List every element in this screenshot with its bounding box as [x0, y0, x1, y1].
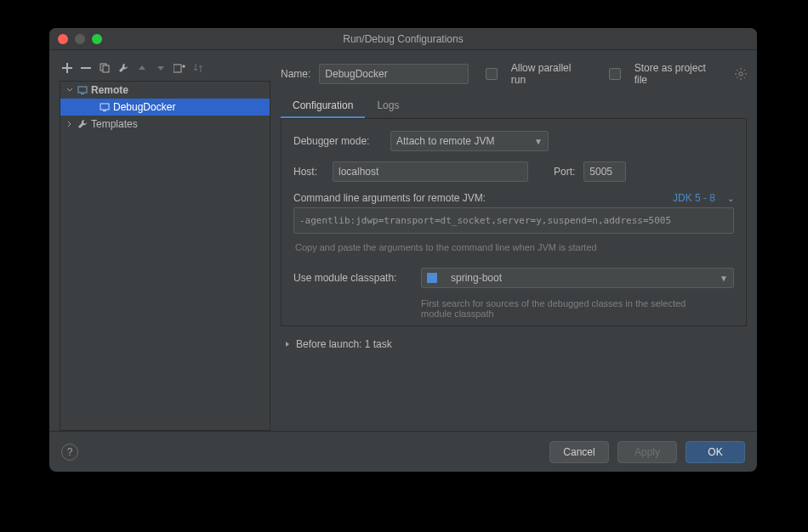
copy-icon[interactable] [99, 62, 111, 74]
chevron-down-icon: ▼ [720, 274, 728, 283]
classpath-select[interactable]: spring-boot ▼ [421, 268, 734, 288]
config-tree[interactable]: Remote DebugDocker Templates [60, 81, 270, 431]
tree-node-debugdocker[interactable]: DebugDocker [60, 99, 270, 116]
apply-button[interactable]: Apply [617, 441, 677, 463]
classpath-value: spring-boot [451, 272, 502, 284]
chevron-down-icon: ▼ [534, 137, 543, 146]
before-launch-label: Before launch: 1 task [296, 338, 392, 350]
tree-label: Remote [91, 84, 128, 96]
add-icon[interactable] [61, 62, 73, 74]
cmdline-output[interactable]: -agentlib:jdwp=transport=dt_socket,serve… [293, 207, 734, 234]
help-button[interactable]: ? [61, 444, 78, 461]
tree-label: DebugDocker [113, 101, 175, 113]
remote-glyph-icon [77, 85, 88, 95]
debugger-mode-select[interactable]: Attach to remote JVM ▼ [390, 131, 549, 151]
sidebar-toolbar [60, 59, 270, 81]
move-down-icon[interactable] [155, 62, 167, 74]
configuration-panel: Debugger mode: Attach to remote JVM ▼ Ho… [281, 119, 747, 326]
save-template-icon[interactable] [174, 62, 185, 74]
host-port-row: Host: Port: [293, 161, 734, 182]
cmdline-label: Command line arguments for remote JVM: [293, 192, 486, 204]
gear-icon[interactable] [735, 68, 747, 80]
window-controls [58, 34, 102, 44]
svg-rect-4 [78, 87, 87, 93]
debugger-mode-value: Attach to remote JVM [396, 135, 494, 147]
chevron-right-icon [284, 341, 291, 348]
svg-rect-7 [103, 110, 106, 111]
svg-point-8 [739, 72, 743, 76]
tree-node-templates[interactable]: Templates [60, 116, 270, 133]
window-title: Run/Debug Configurations [49, 33, 757, 45]
svg-rect-3 [174, 65, 181, 72]
dialog-body: Remote DebugDocker Templates [49, 50, 757, 431]
sort-icon[interactable] [192, 62, 204, 74]
module-icon [427, 273, 437, 283]
svg-rect-0 [81, 67, 91, 69]
cmdline-block: Command line arguments for remote JVM: J… [293, 192, 734, 258]
sidebar: Remote DebugDocker Templates [60, 59, 270, 431]
footer: ? Cancel Apply OK [49, 431, 757, 472]
zoom-icon[interactable] [92, 34, 102, 44]
classpath-hint: First search for sources of the debugged… [293, 298, 693, 319]
allow-parallel-checkbox[interactable]: Allow parallel run [486, 62, 589, 86]
checkbox-icon[interactable] [486, 68, 498, 80]
store-project-label: Store as project file [634, 62, 721, 86]
run-debug-config-window: Run/Debug Configurations [49, 28, 757, 472]
tree-label: Templates [91, 118, 138, 130]
checkbox-icon[interactable] [609, 68, 621, 80]
move-up-icon[interactable] [136, 62, 148, 74]
debugger-mode-label: Debugger mode: [293, 135, 382, 147]
tab-logs[interactable]: Logs [365, 94, 411, 118]
tree-node-remote[interactable]: Remote [60, 82, 270, 99]
chevron-down-icon: ⌄ [727, 194, 734, 203]
before-launch-toggle[interactable]: Before launch: 1 task [281, 326, 747, 362]
content-pane: Name: Allow parallel run Store as projec… [281, 59, 747, 431]
wrench-icon [77, 119, 88, 129]
host-label: Host: [293, 166, 324, 178]
allow-parallel-label: Allow parallel run [511, 62, 589, 86]
tabs: Configuration Logs [281, 94, 747, 119]
cancel-button[interactable]: Cancel [549, 441, 609, 463]
jdk-version-dropdown[interactable]: JDK 5 - 8 ⌄ [673, 192, 734, 204]
classpath-row: Use module classpath: spring-boot ▼ [293, 268, 734, 288]
host-input[interactable] [333, 161, 528, 182]
ok-button[interactable]: OK [686, 441, 745, 463]
port-input[interactable] [583, 161, 626, 182]
wrench-icon[interactable] [117, 62, 129, 74]
close-icon[interactable] [58, 34, 68, 44]
minimize-icon[interactable] [75, 34, 85, 44]
name-input[interactable] [319, 64, 468, 84]
remove-icon[interactable] [80, 62, 92, 74]
svg-rect-5 [81, 93, 84, 94]
name-label: Name: [281, 68, 310, 80]
titlebar: Run/Debug Configurations [49, 28, 757, 50]
debugger-mode-row: Debugger mode: Attach to remote JVM ▼ [293, 131, 734, 151]
remote-run-icon [100, 102, 110, 112]
store-project-checkbox[interactable]: Store as project file [609, 62, 721, 86]
port-label: Port: [554, 166, 575, 178]
svg-rect-2 [103, 65, 109, 72]
tab-configuration[interactable]: Configuration [281, 94, 365, 118]
name-row: Name: Allow parallel run Store as projec… [281, 59, 747, 94]
classpath-label: Use module classpath: [293, 272, 413, 284]
chevron-down-icon[interactable] [65, 87, 74, 93]
cmdline-hint: Copy and paste the arguments to the comm… [293, 237, 734, 258]
svg-rect-6 [100, 104, 109, 110]
chevron-right-icon[interactable] [65, 121, 74, 127]
